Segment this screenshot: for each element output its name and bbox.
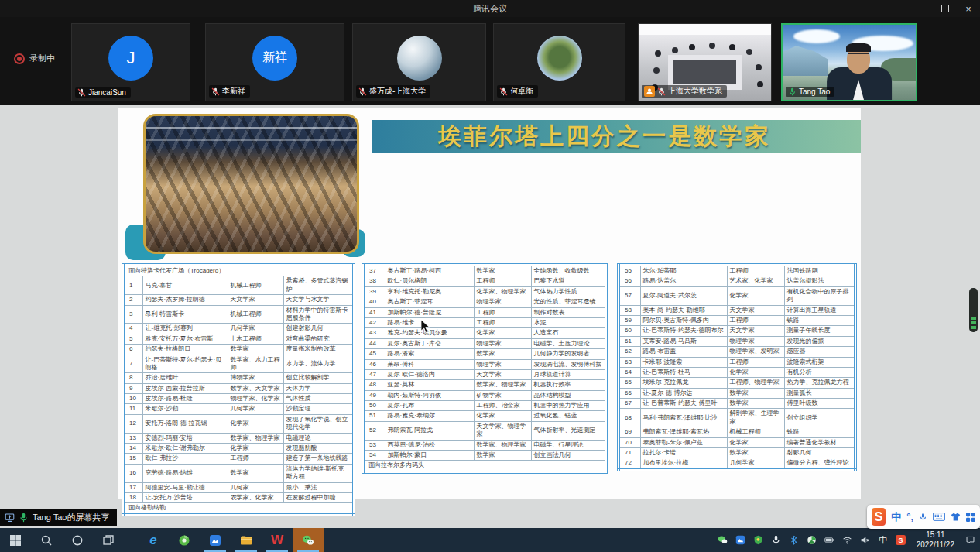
toolbox-icon[interactable] <box>966 513 975 522</box>
maximize-button[interactable] <box>934 0 957 17</box>
participant-tile-6[interactable]: Tang Tao <box>781 23 917 101</box>
row-number: 4 <box>123 324 142 334</box>
tray-shield-icon[interactable] <box>753 535 764 546</box>
tray-meeting-icon[interactable] <box>735 535 746 546</box>
contribution: 铁路 <box>784 315 855 325</box>
scientist-name: 马克·塞甘 <box>142 276 228 295</box>
tray-bluetooth-icon[interactable] <box>789 535 800 546</box>
scientist-name: 夏尔·奥古斯丁·库仑 <box>385 338 474 348</box>
participant-tile-4[interactable]: 何卓衡 <box>493 23 625 101</box>
svg-text:S: S <box>899 537 903 544</box>
tray-ime-zh-icon[interactable]: 中 <box>878 535 889 546</box>
audio-level-meter <box>969 288 978 332</box>
search-button[interactable] <box>31 528 62 552</box>
table-row: 1马克·塞甘机械工程师悬索桥、多管式蒸汽锅炉 <box>123 276 354 295</box>
host-badge-icon <box>644 86 655 97</box>
row-number: 8 <box>123 373 142 383</box>
profession: 化学家、物理学家 <box>474 286 531 297</box>
wps-icon: W <box>271 533 283 548</box>
table-row: 52弗朗索瓦·阿拉戈天文学家、物理学家气体折射率、光速测定 <box>363 421 606 440</box>
taskbar-app-green-browser[interactable] <box>169 528 200 552</box>
row-number: 39 <box>363 286 385 297</box>
scientist-name: 安托万-洛朗·德·拉瓦锡 <box>142 414 228 433</box>
participant-tile-3[interactable]: 盛万成-上海大学 <box>352 23 486 101</box>
profession: 土木工程师 <box>228 334 283 344</box>
taskbar-app-file-explorer[interactable] <box>231 528 262 552</box>
chinese-mode-icon[interactable]: 中 <box>891 510 901 524</box>
avatar: 新祥 <box>252 36 297 81</box>
tray-volume-muted-icon[interactable] <box>860 535 871 546</box>
row-number: 47 <box>363 369 385 379</box>
table-row: 8乔治·居维叶博物学家创立比较解剖学 <box>123 373 354 383</box>
participant-tile-1[interactable]: JJiancaiSun <box>71 23 190 101</box>
participant-tile-2[interactable]: 新祥李新祥 <box>205 23 344 101</box>
tray-sogou-icon[interactable]: S <box>896 535 906 546</box>
close-button[interactable]: × <box>957 0 980 17</box>
table-row: 49勒内·茹斯特·阿羽依矿物学家晶体结构模型 <box>363 390 606 400</box>
taskbar-app-edge[interactable]: e <box>138 528 169 552</box>
contribution: 气体热力学性质 <box>531 286 606 297</box>
contribution: 电磁学、土压力理论 <box>531 338 606 348</box>
participant-name-chip: 何卓衡 <box>497 85 538 98</box>
start-button[interactable] <box>0 528 31 552</box>
scientists-table-1: 面向特洛卡代罗广场（Trocadéro）1马克·塞甘机械工程师悬索桥、多管式蒸汽… <box>122 263 355 516</box>
row-number: 14 <box>123 444 142 454</box>
taskbar-app-tencent-meeting[interactable] <box>200 528 231 552</box>
table-row: 5雅克·安托万·夏尔·布雷斯土木工程师对弯曲梁的研究 <box>123 334 354 344</box>
contribution: 发现光的偏振 <box>784 336 855 346</box>
tray-wechat-icon[interactable] <box>718 535 728 546</box>
participant-tile-5[interactable]: 上海大学数学系 <box>638 23 772 101</box>
scientist-name: 勒内·茹斯特·阿羽依 <box>385 390 474 400</box>
cortana-button[interactable] <box>62 528 93 552</box>
profession: 化学家 <box>727 367 784 377</box>
soft-keyboard-icon[interactable] <box>933 513 945 521</box>
search-icon <box>40 534 53 547</box>
minimize-button[interactable] <box>910 0 934 17</box>
tray-pie-icon[interactable] <box>807 535 817 546</box>
contribution: 发现脂肪酸 <box>283 444 354 454</box>
punctuation-mode-icon[interactable]: °, <box>906 511 913 523</box>
contribution: 傅里叶级数 <box>784 399 855 409</box>
participant-name-chip: 李新祥 <box>209 85 250 98</box>
scientist-name: 路易·布雷盖 <box>640 347 727 357</box>
row-number: 53 <box>363 440 385 450</box>
skin-icon[interactable] <box>951 512 961 522</box>
contribution: 波隆索式桁架 <box>784 357 855 367</box>
table-row: 55朱尔·珀蒂耶工程师法国铁路网 <box>618 265 855 276</box>
profession: 博物学家 <box>228 373 283 383</box>
row-number: 63 <box>618 357 640 367</box>
contribution: 巴黎下水道 <box>531 276 606 286</box>
profession: 化学家 <box>228 414 283 433</box>
tray-mic-icon[interactable] <box>771 535 782 546</box>
profession: 物理学家、发明家 <box>727 347 784 357</box>
taskbar-clock[interactable]: 15:112022/11/22 <box>917 530 954 550</box>
tray-battery-icon[interactable] <box>824 535 835 546</box>
row-number: 50 <box>363 401 385 411</box>
scientist-name: 奥古斯丁·路易·柯西 <box>385 265 474 276</box>
table-row: 9皮埃尔-西蒙·拉普拉斯数学家、天文学家天体力学 <box>123 383 354 393</box>
tencent-meeting-icon <box>209 534 221 547</box>
sogou-logo-icon[interactable]: S <box>872 508 886 526</box>
screen-share-banner: Tang Tao的屏幕共享 <box>0 509 117 526</box>
scientist-name: 莱昂·傅科 <box>385 359 474 369</box>
tray-wifi-icon[interactable] <box>842 535 853 546</box>
profession: 物理学家 <box>474 297 531 307</box>
task-view-button[interactable] <box>93 528 124 552</box>
notification-center-icon[interactable] <box>965 535 975 546</box>
profession: 工程师 <box>474 307 531 317</box>
scientists-table-3: 55朱尔·珀蒂耶工程师法国铁路网56路易·达盖尔艺术家、化学家达盖尔摄影法57夏… <box>617 263 857 471</box>
profession: 化学家 <box>474 411 531 421</box>
table-row: 71拉扎尔·卡诺数学家射影几何 <box>618 448 855 458</box>
voice-input-icon[interactable] <box>919 513 927 522</box>
table-row: 56路易·达盖尔艺术家、化学家达盖尔摄影法 <box>618 276 855 286</box>
taskbar-app-wechat[interactable] <box>293 528 324 552</box>
table-row: 38欧仁·贝尔格朗工程师巴黎下水道 <box>363 276 606 286</box>
table-row: 57夏尔-阿道夫·武尔茨化学家有机化合物中的原子排列 <box>618 286 855 305</box>
row-number: 6 <box>123 345 142 355</box>
contribution: 天体力学 <box>283 383 354 393</box>
profession: 化学家 <box>228 444 283 454</box>
scientist-name: 阿尔贝·奥古斯特·佩多内 <box>640 315 727 325</box>
taskbar-app-wps[interactable]: W <box>262 528 293 552</box>
clock-date: 2022/11/22 <box>917 540 954 550</box>
table-header-text: 面向特洛卡代罗广场（Trocadéro） <box>123 265 354 276</box>
